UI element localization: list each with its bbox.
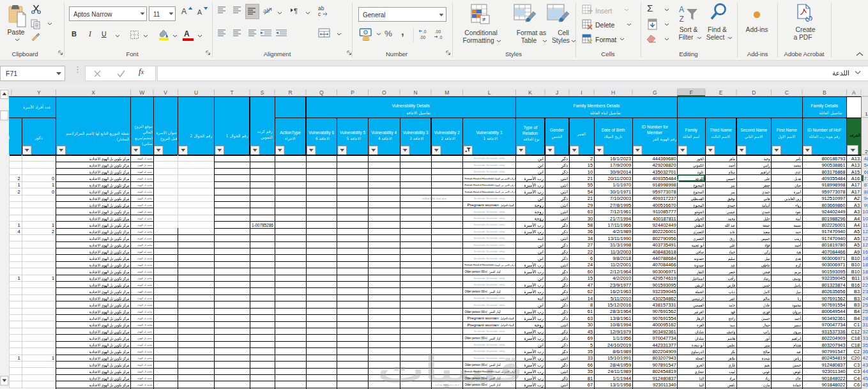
svg-text:Not vulnerable - Not vulnerabl: Not vulnerable - Not vulnerable - nothin… xyxy=(474,277,505,280)
svg-text:800649544: 800649544 xyxy=(822,309,846,314)
svg-text:803669860: 803669860 xyxy=(822,202,846,208)
svg-text:251: 251 xyxy=(862,302,868,308)
svg-text:Member: Member xyxy=(647,130,663,135)
svg-text:Not vulnerable - Not vulnerabl: Not vulnerable - Not vulnerable - nothin… xyxy=(474,224,505,226)
svg-text:.00: .00 xyxy=(420,35,425,40)
svg-text:35: 35 xyxy=(588,349,593,355)
svg-text:A5: A5 xyxy=(854,242,860,248)
svg-text:444369680: 444369680 xyxy=(653,156,676,162)
svg-text:28/4/1959: 28/4/1959 xyxy=(610,362,631,368)
svg-text:B: B xyxy=(823,89,826,96)
svg-text:V: V xyxy=(164,89,167,96)
svg-text:1: 1 xyxy=(17,355,20,361)
svg-text:2/12/1964: 2/12/1964 xyxy=(610,269,631,275)
svg-text:16/2/1963: 16/2/1963 xyxy=(610,289,631,294)
svg-text:Vulnerability 2: Vulnerability 2 xyxy=(434,130,460,135)
svg-text:429208820: 429208820 xyxy=(653,162,676,168)
svg-text:108: 108 xyxy=(862,216,868,222)
svg-text:1: 1 xyxy=(17,275,20,281)
svg-text:D: D xyxy=(752,89,756,96)
svg-text:C3: C3 xyxy=(854,369,860,374)
svg-text:13/8/1961: 13/8/1961 xyxy=(610,316,631,321)
svg-text:81: 81 xyxy=(588,376,593,381)
svg-text:Not vulnerable - Not vulnerabl: Not vulnerable - Not vulnerable - nothin… xyxy=(474,197,505,200)
svg-text:Vulnerability 1: Vulnerability 1 xyxy=(476,130,503,135)
svg-text:103: 103 xyxy=(862,209,868,215)
svg-text:Female Head of Household: Female Head of Household xyxy=(465,190,494,194)
svg-text:1/1/1970: 1/1/1970 xyxy=(613,182,631,188)
svg-text:2: 2 xyxy=(52,229,54,234)
svg-text:Date of Birth: Date of Birth xyxy=(602,128,625,132)
svg-text:Not vulnerable - Not vulnerabl: Not vulnerable - Not vulnerable - nothin… xyxy=(474,304,505,307)
svg-text:B10: B10 xyxy=(851,262,860,268)
svg-text:K: K xyxy=(528,89,532,96)
svg-text:1/1/1944: 1/1/1944 xyxy=(613,376,631,381)
svg-text:903492361: 903492361 xyxy=(653,329,676,335)
svg-text:A2: A2 xyxy=(854,195,860,201)
svg-text:243: 243 xyxy=(862,296,868,301)
svg-text:Not vulnerable - Not vulnerabl: Not vulnerable - Not vulnerable - nothin… xyxy=(474,357,505,360)
svg-text:S: S xyxy=(261,89,264,96)
svg-text:29: 29 xyxy=(588,202,593,208)
svg-text:.0: .0 xyxy=(439,35,443,40)
svg-text:Female Head of Household: Female Head of Household xyxy=(465,183,494,187)
svg-text:970047734: 970047734 xyxy=(653,335,676,341)
svg-text:5/11/2010: 5/11/2010 xyxy=(611,296,631,301)
svg-text:440788684: 440788684 xyxy=(653,256,676,261)
svg-text:36: 36 xyxy=(588,229,593,234)
svg-text:E: E xyxy=(719,89,723,96)
svg-text:17/9/2009: 17/9/2009 xyxy=(610,162,631,168)
svg-text:27: 27 xyxy=(588,242,593,248)
svg-text:B3: B3 xyxy=(854,289,860,294)
svg-text:911085777: 911085777 xyxy=(653,209,676,215)
svg-text:A15: A15 xyxy=(851,169,860,175)
svg-text:931537336: 931537336 xyxy=(822,329,846,335)
svg-text:U: U xyxy=(194,89,198,96)
svg-text:903492361: 903492361 xyxy=(822,316,846,321)
svg-text:232: 232 xyxy=(862,289,868,294)
svg-text:970047734: 970047734 xyxy=(822,322,846,328)
svg-text:88: 88 xyxy=(864,189,868,195)
svg-text:20/11/2003: 20/11/2003 xyxy=(608,176,631,181)
svg-text:400516670: 400516670 xyxy=(653,202,676,208)
svg-text:R: R xyxy=(288,89,292,96)
svg-text:802226001: 802226001 xyxy=(653,229,676,234)
svg-text:327: 327 xyxy=(862,329,868,335)
svg-text:438157331: 438157331 xyxy=(653,302,676,308)
svg-text:24: 24 xyxy=(588,262,593,268)
svg-text:C18: C18 xyxy=(851,342,860,348)
svg-text:4/2/2010: 4/2/2010 xyxy=(613,275,631,281)
svg-text:A: A xyxy=(679,5,684,14)
svg-text:11/3/2003: 11/3/2003 xyxy=(611,249,631,255)
svg-text:24/11/1989: 24/11/1989 xyxy=(608,369,631,374)
svg-text:1: 1 xyxy=(52,355,54,361)
svg-text:A9: A9 xyxy=(854,249,860,255)
svg-text:34: 34 xyxy=(588,236,593,241)
svg-text:366: 366 xyxy=(862,349,868,355)
svg-text:H: H xyxy=(611,89,615,96)
svg-text:24/10/2019: 24/10/2019 xyxy=(607,342,631,348)
svg-text:4: 4 xyxy=(17,229,20,234)
svg-text:G: G xyxy=(653,89,657,96)
svg-text:120: 120 xyxy=(862,229,868,234)
svg-text:407084466: 407084466 xyxy=(653,262,676,268)
svg-text:33: 33 xyxy=(588,355,593,361)
svg-text:452: 452 xyxy=(862,376,868,381)
svg-text:15/12/2016: 15/12/2016 xyxy=(607,302,631,308)
svg-text:Female Head of Household: Female Head of Household xyxy=(465,263,494,266)
svg-text:63: 63 xyxy=(588,209,593,215)
svg-text:A13: A13 xyxy=(851,162,860,168)
svg-text:Second Name: Second Name xyxy=(740,128,767,132)
svg-text:C12: C12 xyxy=(851,329,860,335)
svg-text:M: M xyxy=(445,89,449,96)
svg-text:ID Number for: ID Number for xyxy=(641,125,668,129)
svg-text:408483618: 408483618 xyxy=(653,249,676,255)
svg-text:15: 15 xyxy=(588,162,593,168)
svg-text:L: L xyxy=(488,89,491,96)
svg-text:.00: .00 xyxy=(435,29,441,34)
svg-text:Female Head of Household: Female Head of Household xyxy=(465,177,494,180)
svg-text:Not vulnerable - Not vulnerabl: Not vulnerable - Not vulnerable - nothin… xyxy=(474,350,505,353)
svg-text:J: J xyxy=(556,89,558,96)
svg-text:334: 334 xyxy=(862,335,868,341)
svg-text:409355484: 409355484 xyxy=(822,176,846,181)
